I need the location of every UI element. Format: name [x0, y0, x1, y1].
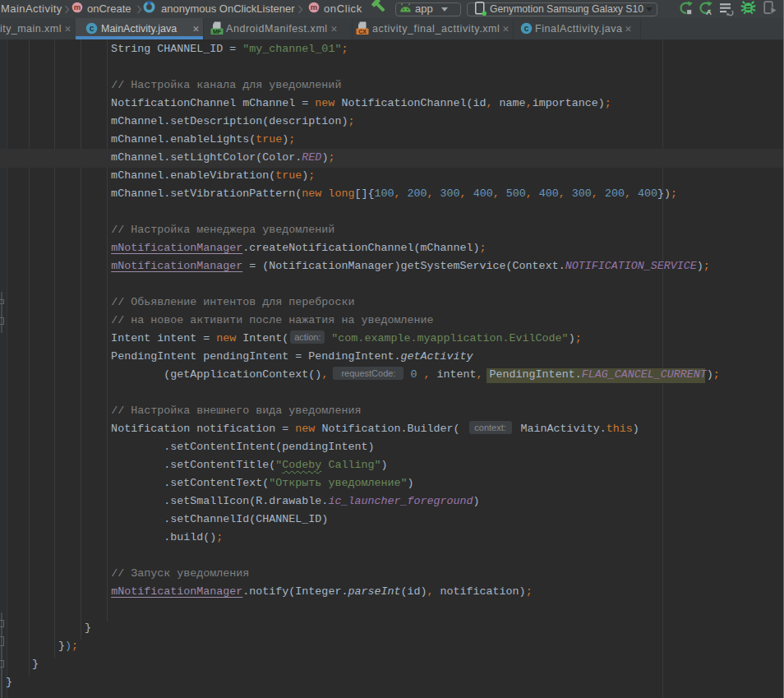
svg-text:C: C [90, 25, 95, 34]
svg-text:MF: MF [213, 29, 222, 35]
svg-text:m: m [74, 2, 81, 12]
svg-text:CX: CX [358, 29, 367, 35]
svg-text:m: m [311, 2, 317, 12]
svg-text:A: A [706, 7, 712, 16]
svg-text:C: C [524, 25, 529, 34]
